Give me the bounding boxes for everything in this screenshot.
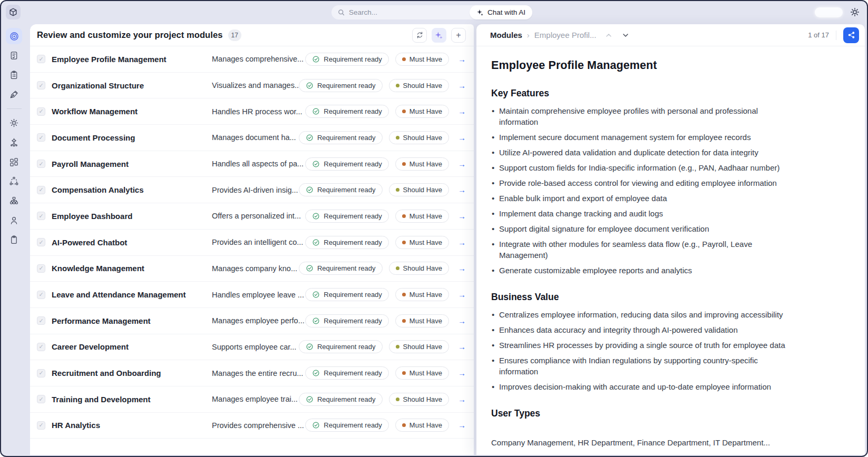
module-checkbox[interactable]: ✓ (37, 186, 45, 194)
ai-generate-button[interactable] (432, 28, 446, 43)
status-label: Requirement ready (324, 291, 382, 299)
open-module-arrow-icon[interactable]: → (458, 238, 466, 247)
settings-gear-button[interactable] (850, 7, 860, 17)
module-checkbox[interactable]: ✓ (37, 316, 45, 325)
module-checkbox[interactable]: ✓ (37, 160, 45, 168)
open-module-arrow-icon[interactable]: → (458, 369, 466, 377)
module-description: Manages the entire recru... (212, 369, 305, 377)
nav-design[interactable] (6, 86, 22, 103)
module-checkbox[interactable]: ✓ (37, 395, 45, 403)
next-module-button[interactable] (621, 31, 630, 39)
open-module-arrow-icon[interactable]: → (458, 342, 466, 351)
add-module-button[interactable]: + (451, 28, 466, 43)
open-module-arrow-icon[interactable]: → (458, 290, 466, 299)
nav-users[interactable] (6, 212, 22, 228)
module-checkbox[interactable]: ✓ (37, 343, 45, 351)
breadcrumb-modules[interactable]: Modules (490, 31, 522, 39)
module-row[interactable]: ✓ Payroll Management Handles all aspects… (30, 151, 474, 177)
open-module-arrow-icon[interactable]: → (458, 212, 466, 221)
priority-label: Should Have (403, 82, 442, 90)
priority-label: Must Have (409, 317, 442, 325)
open-module-arrow-icon[interactable]: → (458, 185, 466, 194)
module-row[interactable]: ✓ Training and Development Manages emplo… (30, 386, 474, 413)
nav-modules[interactable] (6, 154, 22, 170)
chat-with-ai-button[interactable]: Chat with AI (470, 5, 532, 19)
module-row[interactable]: ✓ Organizational Structure Visualizes an… (30, 73, 474, 99)
module-checkbox[interactable]: ✓ (37, 291, 45, 299)
user-icon (9, 215, 19, 225)
status-label: Requirement ready (317, 343, 376, 351)
value-item: Improves decision-making with accurate a… (491, 381, 828, 392)
module-checkbox[interactable]: ✓ (37, 81, 45, 90)
open-module-arrow-icon[interactable]: → (458, 421, 466, 430)
priority-dot-icon (402, 162, 406, 166)
status-label: Requirement ready (324, 421, 382, 429)
module-row[interactable]: ✓ HR Analytics Provides comprehensive ..… (30, 413, 474, 439)
module-list: ✓ Employee Profile Management Manages co… (30, 46, 474, 455)
pagination-indicator: 1 of 17 (808, 31, 829, 39)
module-row[interactable]: ✓ Workflow Management Handles HR process… (30, 98, 474, 125)
task-clipboard-icon (9, 70, 19, 80)
open-module-arrow-icon[interactable]: → (458, 316, 466, 325)
nav-org-structure[interactable] (6, 193, 22, 209)
module-row[interactable]: ✓ Document Processing Manages document h… (30, 125, 474, 151)
nav-tasks[interactable] (6, 67, 22, 83)
module-description: Provides comprehensive ... (212, 421, 305, 430)
module-name: HR Analytics (52, 421, 212, 430)
module-row[interactable]: ✓ AI-Powered Chatbot Provides an intelli… (30, 230, 474, 256)
module-row[interactable]: ✓ Knowledge Management Manages company k… (30, 256, 474, 282)
open-module-arrow-icon[interactable]: → (458, 395, 466, 404)
detail-header: Modules › Employee Profil... 1 of 17 (476, 24, 865, 46)
nav-requirements[interactable] (6, 47, 22, 64)
module-checkbox[interactable]: ✓ (37, 238, 45, 246)
module-checkbox[interactable]: ✓ (37, 212, 45, 220)
check-circle-icon (312, 160, 320, 168)
nav-target[interactable] (6, 28, 22, 44)
module-row[interactable]: ✓ Recruitment and Onboarding Manages the… (30, 360, 474, 386)
module-row[interactable]: ✓ Employee Profile Management Manages co… (30, 46, 474, 73)
priority-dot-icon (402, 423, 406, 427)
check-circle-icon (312, 369, 320, 377)
prev-module-button[interactable] (604, 31, 613, 39)
module-checkbox[interactable]: ✓ (37, 107, 45, 116)
module-checkbox[interactable]: ✓ (37, 369, 45, 377)
priority-dot-icon (402, 110, 406, 113)
priority-dot-icon (396, 84, 399, 87)
topbar-right (815, 7, 860, 17)
module-row[interactable]: ✓ Performance Management Manages employe… (30, 308, 474, 334)
module-checkbox[interactable]: ✓ (37, 133, 45, 142)
module-row[interactable]: ✓ Career Development Supports employee c… (30, 334, 474, 361)
check-circle-icon (306, 82, 314, 90)
nav-deploy[interactable] (6, 173, 22, 190)
nav-notes[interactable] (6, 232, 22, 248)
module-checkbox[interactable]: ✓ (37, 55, 45, 63)
nav-settings[interactable] (6, 115, 22, 131)
status-badge: Requirement ready (305, 366, 389, 380)
value-item: Ensures compliance with Indian regulatio… (491, 355, 828, 377)
module-name: Compensation Analytics (52, 185, 212, 194)
nav-ai-automation[interactable] (6, 134, 22, 151)
feature-item: Enable bulk import and export of employe… (491, 193, 828, 204)
module-badges: Requirement ready Should Have → (299, 183, 466, 196)
priority-label: Must Have (409, 212, 442, 220)
priority-label: Must Have (409, 291, 442, 299)
module-badges: Requirement ready Must Have → (305, 366, 466, 380)
open-module-arrow-icon[interactable]: → (458, 264, 466, 273)
open-module-arrow-icon[interactable]: → (458, 133, 466, 142)
module-row[interactable]: ✓ Leave and Attendance Management Handle… (30, 282, 474, 308)
share-button[interactable] (843, 27, 859, 43)
search-input[interactable] (349, 8, 449, 16)
open-module-arrow-icon[interactable]: → (458, 160, 466, 168)
module-checkbox[interactable]: ✓ (37, 421, 45, 430)
app-logo-button[interactable] (6, 5, 21, 19)
open-module-arrow-icon[interactable]: → (458, 107, 466, 116)
module-checkbox[interactable]: ✓ (37, 264, 45, 273)
refresh-button[interactable] (412, 28, 427, 43)
open-module-arrow-icon[interactable]: → (458, 55, 466, 64)
open-module-arrow-icon[interactable]: → (458, 81, 466, 90)
module-row[interactable]: ✓ Compensation Analytics Provides AI-dri… (30, 177, 474, 203)
rail-divider (7, 108, 22, 109)
usage-indicator[interactable] (815, 7, 843, 17)
module-badges: Requirement ready Should Have → (299, 340, 466, 353)
module-row[interactable]: ✓ Employee Dashboard Offers a personaliz… (30, 203, 474, 230)
